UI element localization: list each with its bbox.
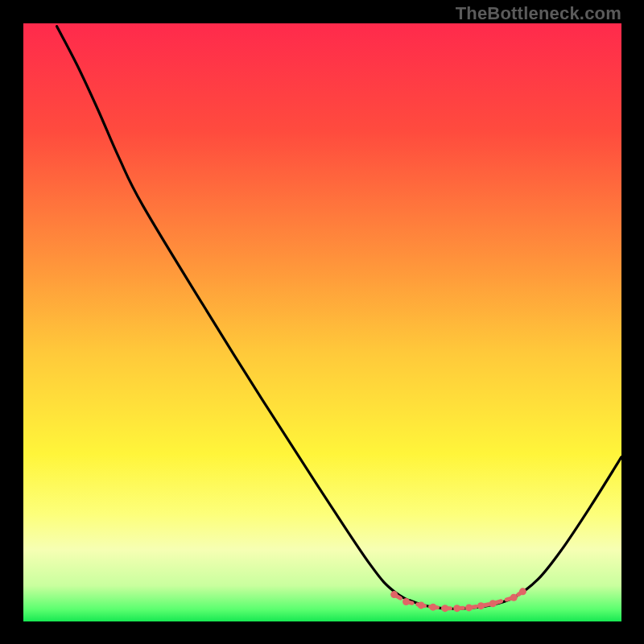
optimal-marker-dot (489, 600, 497, 607)
optimal-marker-dot (510, 594, 518, 601)
chart-frame: TheBottleneck.com (0, 0, 644, 644)
optimal-marker-dot (441, 605, 448, 612)
optimal-marker-dot (402, 598, 410, 605)
optimal-marker-dot (418, 601, 425, 609)
gradient-background (23, 23, 621, 621)
optimal-marker-dot (465, 604, 473, 611)
optimal-marker-dot (429, 604, 436, 611)
optimal-marker-dot (453, 605, 460, 612)
optimal-marker-dot (519, 588, 526, 595)
watermark-text: TheBottleneck.com (456, 3, 621, 24)
optimal-marker-dot (477, 602, 485, 609)
chart-svg (23, 23, 621, 621)
optimal-marker-dot (390, 591, 398, 598)
plot-area (23, 23, 621, 621)
